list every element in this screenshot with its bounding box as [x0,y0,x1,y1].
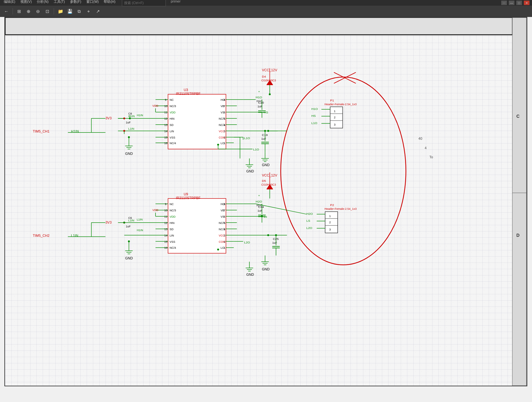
svg-text:8: 8 [224,98,225,101]
svg-text:15: 15 [164,136,167,139]
fit-button[interactable]: ⊡ [44,8,51,15]
svg-text:6: 6 [224,215,225,218]
schematic-svg: C D U3 IR2110STRPBF NC 9 NC/3 10 VDD 11 … [5,18,527,386]
svg-rect-235 [325,212,338,233]
svg-text:HS: HS [264,111,268,114]
svg-text:H1IN: H1IN [128,115,134,118]
svg-text:13: 13 [164,228,167,231]
svg-text:NC: NC [170,98,174,101]
svg-text:12: 12 [164,221,167,225]
svg-point-269 [269,93,271,95]
svg-text:4: 4 [224,123,225,127]
svg-text:5: 5 [224,221,225,225]
svg-text:1uF: 1uF [126,121,131,124]
svg-text:H1IN: H1IN [137,229,143,232]
save-button[interactable]: 💾 [66,8,73,15]
svg-text:LS: LS [307,219,311,222]
svg-text:3V3: 3V3 [106,220,112,224]
svg-text:1uF: 1uF [126,225,131,228]
minimize-button[interactable]: — [509,1,514,5]
svg-text:Ls: Ls [264,215,267,218]
svg-text:1: 1 [224,246,225,249]
schematic-canvas[interactable]: C D U3 IR2110STRPBF NC 9 NC/3 10 VDD 11 … [4,17,527,386]
menu-item-window[interactable]: 窗口(W) [85,0,100,6]
svg-text:D5: D5 [262,179,266,182]
svg-text:8: 8 [224,203,225,206]
svg-text:L1IN: L1IN [137,218,143,221]
svg-text:VDD: VDD [152,104,158,107]
dots-button[interactable]: ··· [501,1,507,5]
svg-rect-1 [5,18,526,386]
svg-text:IR2110STRPBF: IR2110STRPBF [176,196,201,200]
svg-text:SD: SD [170,123,174,127]
svg-text:C: C [516,114,519,119]
svg-text:10: 10 [164,209,167,212]
svg-text:L1O: L1O [244,136,250,140]
svg-text:7: 7 [224,209,225,212]
svg-text:3: 3 [334,123,335,126]
svg-text:VSS: VSS [170,240,175,243]
grid-button[interactable]: ⊞ [15,8,23,15]
svg-point-251 [267,130,269,132]
separator-1 [13,8,13,14]
zoom-in-button[interactable]: ⊕ [25,8,32,15]
select-button[interactable]: ⌖ [85,8,92,15]
svg-text:H1O: H1O [312,107,318,111]
separator-2 [54,8,54,14]
open-button[interactable]: 📁 [57,8,64,15]
svg-text:1: 1 [329,215,331,218]
svg-text:+: + [258,90,260,93]
svg-text:U9: U9 [184,192,188,196]
menu-item-analyze[interactable]: 分析(N) [35,0,50,6]
svg-text:3: 3 [329,228,331,231]
svg-text:GND: GND [246,273,254,276]
svg-point-273 [123,222,125,224]
svg-point-112 [128,136,130,138]
svg-text:VDD: VDD [170,215,176,218]
svg-text:D: D [516,233,519,238]
svg-text:1uF: 1uF [272,241,277,244]
menu-item-tools[interactable]: 工具(T) [52,0,66,6]
menu-item-edit[interactable]: 编辑(E) [3,0,17,6]
close-button[interactable]: ✕ [524,1,529,5]
svg-text:HIN: HIN [170,117,174,120]
titlebar: 编辑(E) 视图(V) 分析(N) 工具(T) 参数(F) 窗口(W) 帮助(H… [0,0,532,6]
svg-text:12: 12 [164,117,167,120]
svg-point-89 [264,130,266,132]
toolbar: ← ⊞ ⊕ ⊖ ⊡ 📁 💾 ⧉ ⌖ ↗ [0,6,532,17]
svg-text:GND: GND [262,267,269,271]
svg-text:3: 3 [224,234,225,237]
svg-text:L1O: L1O [312,121,318,125]
svg-text:1uF: 1uF [261,137,266,140]
menu-item-view[interactable]: 视图(V) [19,0,33,6]
search-input[interactable] [122,0,166,6]
svg-text:VSS: VSS [170,136,175,139]
svg-text:P1: P1 [330,99,334,102]
svg-text:2: 2 [334,116,335,119]
svg-text:4: 4 [425,146,426,150]
svg-rect-4 [512,18,526,386]
svg-text:6: 6 [224,111,225,114]
svg-text:H1O: H1O [256,95,262,99]
export-button[interactable]: ↗ [94,8,102,15]
svg-text:1: 1 [224,142,225,145]
svg-text:Header-Female-2.54_1x3: Header-Female-2.54_1x3 [324,103,356,106]
svg-point-270 [261,215,263,217]
svg-text:U3: U3 [184,88,188,92]
svg-point-253 [267,234,269,236]
svg-text:VDD: VDD [170,111,176,114]
zoom-out-button[interactable]: ⊖ [34,8,42,15]
svg-text:NC: NC [170,203,174,206]
menu-item-params[interactable]: 参数(F) [69,0,83,6]
svg-text:H2O: H2O [307,212,313,215]
copy-button[interactable]: ⧉ [75,8,83,15]
maximize-button[interactable]: □ [516,1,522,5]
svg-rect-8 [168,94,226,149]
svg-text:3: 3 [224,130,225,133]
svg-text:To: To [429,155,433,159]
svg-text:16: 16 [164,142,167,145]
svg-text:HS: HS [312,114,316,117]
menu-item-help[interactable]: 帮助(H) [102,0,117,6]
svg-text:LIN: LIN [170,234,174,237]
back-button[interactable]: ← [3,8,10,15]
